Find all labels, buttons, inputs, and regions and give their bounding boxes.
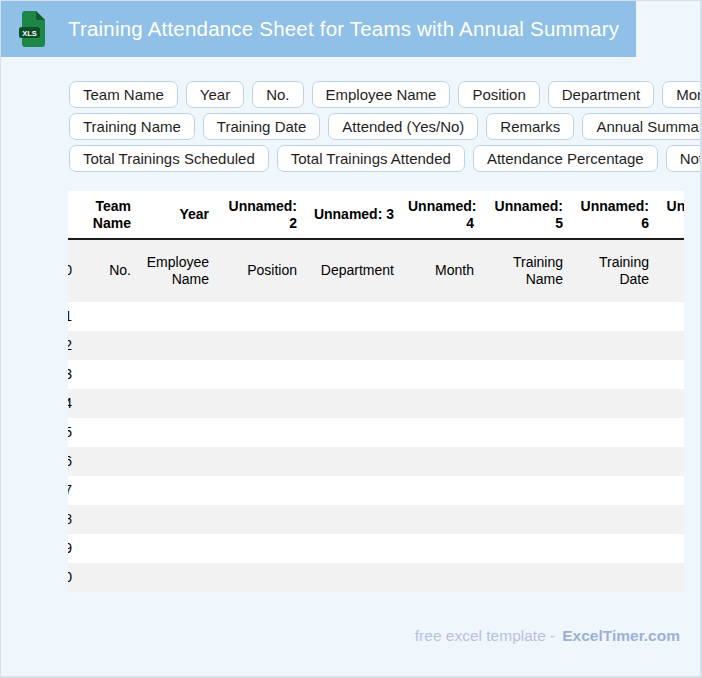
table-cell (304, 447, 401, 476)
table-column-header: Unnamed: 7 (656, 191, 684, 239)
table-cell (216, 534, 304, 563)
table-cell: Position (216, 239, 304, 302)
column-chip[interactable]: Attended (Yes/No) (328, 113, 478, 140)
column-chip[interactable]: Training Name (69, 113, 195, 140)
xls-file-icon: XLS (18, 10, 46, 48)
table-cell (656, 476, 684, 505)
column-chip[interactable]: Year (186, 81, 244, 108)
table-cell (138, 563, 216, 592)
table-cell (138, 389, 216, 418)
table-cell (74, 360, 138, 389)
table-cell (74, 563, 138, 592)
column-chip[interactable]: Position (458, 81, 539, 108)
table-cell (216, 389, 304, 418)
table-row: 6 (68, 447, 684, 476)
table-cell (138, 302, 216, 331)
footer: free excel template - ExcelTimer.com (415, 627, 680, 645)
table-cell (138, 505, 216, 534)
table-cell (138, 418, 216, 447)
table-cell (401, 563, 481, 592)
table-cell (570, 389, 656, 418)
column-chip[interactable]: Annual Summary (582, 113, 702, 140)
column-chip[interactable]: Remarks (486, 113, 574, 140)
table-cell (656, 418, 684, 447)
table-cell (656, 239, 684, 302)
table-cell (216, 563, 304, 592)
table-cell (304, 476, 401, 505)
table-cell (570, 447, 656, 476)
page: XLS Training Attendance Sheet for Teams … (0, 0, 702, 678)
xls-badge-label: XLS (22, 29, 37, 38)
table-cell (138, 534, 216, 563)
table-row: 4 (68, 389, 684, 418)
table-cell (304, 505, 401, 534)
table-cell (570, 505, 656, 534)
table-cell (656, 563, 684, 592)
column-chip[interactable]: Training Date (203, 113, 321, 140)
table-row: 7 (68, 476, 684, 505)
chip-row: Training NameTraining DateAttended (Yes/… (69, 113, 699, 140)
chip-row: Team NameYearNo.Employee NamePositionDep… (69, 81, 699, 108)
table-row: 0No.Employee NamePositionDepartmentMonth… (68, 239, 684, 302)
table-cell (481, 563, 570, 592)
table-cell (481, 360, 570, 389)
table-cell: Month (401, 239, 481, 302)
chip-row: Total Trainings ScheduledTotal Trainings… (69, 145, 699, 172)
table-row: 9 (68, 534, 684, 563)
table-header-row: Team NameYearUnnamed: 2Unnamed: 3Unnamed… (68, 191, 684, 239)
table-cell (74, 534, 138, 563)
footer-text: free excel template - (415, 627, 555, 645)
table-cell (304, 389, 401, 418)
table-cell (656, 447, 684, 476)
table-cell (304, 360, 401, 389)
column-chip[interactable]: Department (548, 81, 654, 108)
column-chip[interactable]: Team Name (69, 81, 178, 108)
column-chip[interactable]: Total Trainings Scheduled (69, 145, 269, 172)
table-cell (216, 476, 304, 505)
table-cell (401, 447, 481, 476)
table-cell (656, 505, 684, 534)
footer-brand-link[interactable]: ExcelTimer.com (562, 627, 680, 645)
table-cell (570, 331, 656, 360)
table-cell (401, 360, 481, 389)
table-row: 10 (68, 563, 684, 592)
table-cell (401, 534, 481, 563)
table-cell (216, 302, 304, 331)
table-column-header: Unnamed: 5 (481, 191, 570, 239)
spreadsheet-preview: Team NameYearUnnamed: 2Unnamed: 3Unnamed… (68, 191, 684, 592)
table-cell: No. (74, 239, 138, 302)
table-cell (216, 418, 304, 447)
column-chip[interactable]: No. (252, 81, 303, 108)
column-chip[interactable]: Notes (666, 145, 702, 172)
table-cell (481, 476, 570, 505)
table-cell (304, 302, 401, 331)
table-cell: Employee Name (138, 239, 216, 302)
column-chip[interactable]: Employee Name (312, 81, 451, 108)
table-cell (401, 389, 481, 418)
table-cell (481, 331, 570, 360)
table-row: 5 (68, 418, 684, 447)
table-column-header: Unnamed: 6 (570, 191, 656, 239)
table-cell (74, 447, 138, 476)
table-cell (656, 534, 684, 563)
column-chip[interactable]: Attendance Percentage (473, 145, 658, 172)
preview-table: Team NameYearUnnamed: 2Unnamed: 3Unnamed… (68, 191, 684, 592)
table-cell (481, 302, 570, 331)
table-cell (74, 418, 138, 447)
column-chip[interactable]: Total Trainings Attended (277, 145, 465, 172)
table-cell (216, 360, 304, 389)
table-cell (481, 447, 570, 476)
table-cell (216, 331, 304, 360)
table-cell (401, 505, 481, 534)
page-title: Training Attendance Sheet for Teams with… (68, 17, 619, 41)
table-cell (138, 360, 216, 389)
table-cell: Training Name (481, 239, 570, 302)
table-cell (570, 418, 656, 447)
table-cell (656, 389, 684, 418)
column-chip[interactable]: Month (662, 81, 702, 108)
table-cell: Department (304, 239, 401, 302)
table-row: 3 (68, 360, 684, 389)
table-cell (481, 505, 570, 534)
table-row: 1 (68, 302, 684, 331)
table-cell (570, 534, 656, 563)
